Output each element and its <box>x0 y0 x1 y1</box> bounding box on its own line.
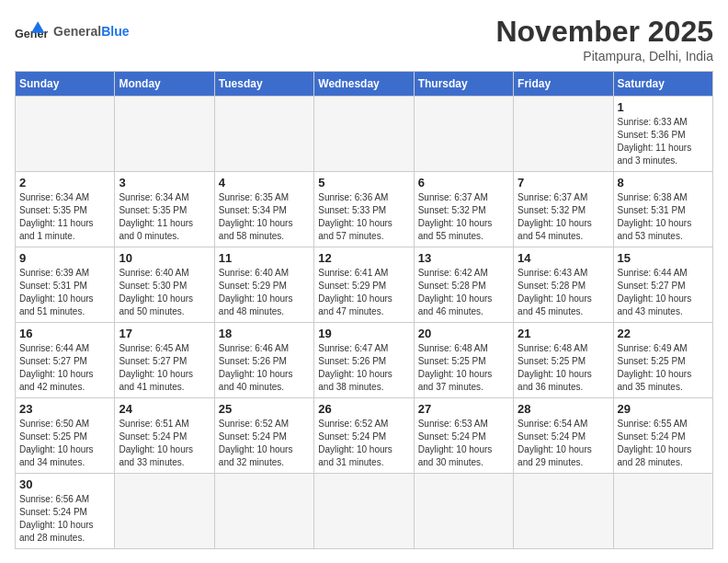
day-number: 3 <box>119 176 210 190</box>
calendar-day-cell: 29Sunrise: 6:55 AM Sunset: 5:24 PM Dayli… <box>613 398 712 474</box>
weekday-header: Friday <box>514 72 613 97</box>
day-info: Sunrise: 6:40 AM Sunset: 5:29 PM Dayligh… <box>219 267 310 318</box>
day-number: 6 <box>418 176 509 190</box>
calendar-week-row: 2Sunrise: 6:34 AM Sunset: 5:35 PM Daylig… <box>16 172 713 247</box>
calendar-day-cell: 10Sunrise: 6:40 AM Sunset: 5:30 PM Dayli… <box>115 247 214 323</box>
calendar-day-cell: 8Sunrise: 6:38 AM Sunset: 5:31 PM Daylig… <box>613 172 712 247</box>
calendar-day-cell: 11Sunrise: 6:40 AM Sunset: 5:29 PM Dayli… <box>214 247 313 323</box>
weekday-header: Saturday <box>613 72 712 97</box>
calendar-week-row: 16Sunrise: 6:44 AM Sunset: 5:27 PM Dayli… <box>16 323 713 398</box>
calendar-day-cell: 28Sunrise: 6:54 AM Sunset: 5:24 PM Dayli… <box>514 398 613 474</box>
day-number: 10 <box>119 251 210 265</box>
calendar-day-cell <box>314 474 414 549</box>
day-info: Sunrise: 6:55 AM Sunset: 5:24 PM Dayligh… <box>618 418 709 469</box>
svg-text:General: General <box>15 28 48 40</box>
day-info: Sunrise: 6:37 AM Sunset: 5:32 PM Dayligh… <box>418 191 509 243</box>
day-info: Sunrise: 6:44 AM Sunset: 5:27 PM Dayligh… <box>19 342 110 394</box>
calendar-day-cell: 13Sunrise: 6:42 AM Sunset: 5:28 PM Dayli… <box>414 247 513 323</box>
day-number: 13 <box>418 251 509 265</box>
day-info: Sunrise: 6:50 AM Sunset: 5:25 PM Dayligh… <box>19 418 110 469</box>
day-info: Sunrise: 6:33 AM Sunset: 5:36 PM Dayligh… <box>618 116 709 167</box>
day-number: 14 <box>518 251 609 265</box>
calendar-day-cell: 2Sunrise: 6:34 AM Sunset: 5:35 PM Daylig… <box>16 172 115 247</box>
day-number: 25 <box>219 402 310 416</box>
day-info: Sunrise: 6:45 AM Sunset: 5:27 PM Dayligh… <box>119 342 210 394</box>
location-subtitle: Pitampura, Delhi, India <box>495 49 713 63</box>
calendar-week-row: 1Sunrise: 6:33 AM Sunset: 5:36 PM Daylig… <box>16 97 713 172</box>
logo-text: GeneralBlue <box>53 24 129 39</box>
weekday-header: Sunday <box>16 72 115 97</box>
calendar-day-cell: 6Sunrise: 6:37 AM Sunset: 5:32 PM Daylig… <box>414 172 513 247</box>
weekday-row: SundayMondayTuesdayWednesdayThursdayFrid… <box>16 72 713 97</box>
day-number: 18 <box>219 327 310 340</box>
day-info: Sunrise: 6:48 AM Sunset: 5:25 PM Dayligh… <box>418 342 509 394</box>
day-info: Sunrise: 6:52 AM Sunset: 5:24 PM Dayligh… <box>219 418 310 469</box>
calendar-day-cell: 4Sunrise: 6:35 AM Sunset: 5:34 PM Daylig… <box>214 172 313 247</box>
day-info: Sunrise: 6:35 AM Sunset: 5:34 PM Dayligh… <box>219 191 310 243</box>
day-number: 22 <box>618 327 709 340</box>
calendar-day-cell: 14Sunrise: 6:43 AM Sunset: 5:28 PM Dayli… <box>514 247 613 323</box>
day-info: Sunrise: 6:41 AM Sunset: 5:29 PM Dayligh… <box>318 267 409 318</box>
day-info: Sunrise: 6:51 AM Sunset: 5:24 PM Dayligh… <box>119 418 210 469</box>
day-info: Sunrise: 6:54 AM Sunset: 5:24 PM Dayligh… <box>518 418 609 469</box>
calendar-day-cell: 21Sunrise: 6:48 AM Sunset: 5:25 PM Dayli… <box>514 323 613 398</box>
day-info: Sunrise: 6:52 AM Sunset: 5:24 PM Dayligh… <box>318 418 409 469</box>
day-number: 4 <box>219 176 310 190</box>
calendar-day-cell <box>314 97 414 172</box>
day-info: Sunrise: 6:42 AM Sunset: 5:28 PM Dayligh… <box>418 267 509 318</box>
calendar-day-cell: 5Sunrise: 6:36 AM Sunset: 5:33 PM Daylig… <box>314 172 414 247</box>
day-number: 24 <box>119 402 210 416</box>
day-number: 23 <box>19 402 110 416</box>
day-info: Sunrise: 6:53 AM Sunset: 5:24 PM Dayligh… <box>418 418 509 469</box>
calendar-day-cell <box>214 474 313 549</box>
day-info: Sunrise: 6:44 AM Sunset: 5:27 PM Dayligh… <box>618 267 709 318</box>
calendar-day-cell: 19Sunrise: 6:47 AM Sunset: 5:26 PM Dayli… <box>314 323 414 398</box>
day-number: 30 <box>19 477 110 491</box>
logo-icon: General <box>15 15 48 48</box>
calendar-day-cell <box>613 474 712 549</box>
day-number: 17 <box>119 327 210 340</box>
calendar-day-cell: 7Sunrise: 6:37 AM Sunset: 5:32 PM Daylig… <box>514 172 613 247</box>
day-info: Sunrise: 6:39 AM Sunset: 5:31 PM Dayligh… <box>19 267 110 318</box>
day-number: 20 <box>418 327 509 340</box>
calendar-day-cell: 22Sunrise: 6:49 AM Sunset: 5:25 PM Dayli… <box>613 323 712 398</box>
calendar-day-cell: 27Sunrise: 6:53 AM Sunset: 5:24 PM Dayli… <box>414 398 513 474</box>
day-info: Sunrise: 6:34 AM Sunset: 5:35 PM Dayligh… <box>19 191 110 243</box>
day-number: 26 <box>318 402 409 416</box>
calendar-day-cell: 9Sunrise: 6:39 AM Sunset: 5:31 PM Daylig… <box>16 247 115 323</box>
day-number: 8 <box>618 176 709 190</box>
logo: General GeneralBlue <box>15 15 129 48</box>
day-info: Sunrise: 6:36 AM Sunset: 5:33 PM Dayligh… <box>318 191 409 243</box>
day-number: 29 <box>618 402 709 416</box>
day-number: 2 <box>19 176 110 190</box>
weekday-header: Thursday <box>414 72 513 97</box>
day-info: Sunrise: 6:38 AM Sunset: 5:31 PM Dayligh… <box>618 191 709 243</box>
weekday-header: Wednesday <box>314 72 414 97</box>
calendar-table: SundayMondayTuesdayWednesdayThursdayFrid… <box>15 71 713 549</box>
day-number: 7 <box>518 176 609 190</box>
calendar-day-cell: 24Sunrise: 6:51 AM Sunset: 5:24 PM Dayli… <box>115 398 214 474</box>
calendar-day-cell: 25Sunrise: 6:52 AM Sunset: 5:24 PM Dayli… <box>214 398 313 474</box>
calendar-day-cell <box>115 97 214 172</box>
day-number: 5 <box>318 176 409 190</box>
day-number: 28 <box>518 402 609 416</box>
calendar-day-cell: 1Sunrise: 6:33 AM Sunset: 5:36 PM Daylig… <box>613 97 712 172</box>
calendar-day-cell <box>514 474 613 549</box>
day-number: 19 <box>318 327 409 340</box>
calendar-week-row: 9Sunrise: 6:39 AM Sunset: 5:31 PM Daylig… <box>16 247 713 323</box>
calendar-day-cell <box>514 97 613 172</box>
weekday-header: Tuesday <box>214 72 313 97</box>
month-title: November 2025 <box>495 15 713 49</box>
day-number: 21 <box>518 327 609 340</box>
calendar-day-cell <box>414 97 513 172</box>
title-area: November 2025 Pitampura, Delhi, India <box>495 15 713 63</box>
day-info: Sunrise: 6:43 AM Sunset: 5:28 PM Dayligh… <box>518 267 609 318</box>
calendar-header: SundayMondayTuesdayWednesdayThursdayFrid… <box>16 72 713 97</box>
calendar-day-cell <box>115 474 214 549</box>
weekday-header: Monday <box>115 72 214 97</box>
calendar-day-cell: 18Sunrise: 6:46 AM Sunset: 5:26 PM Dayli… <box>214 323 313 398</box>
day-info: Sunrise: 6:48 AM Sunset: 5:25 PM Dayligh… <box>518 342 609 394</box>
calendar-day-cell: 16Sunrise: 6:44 AM Sunset: 5:27 PM Dayli… <box>16 323 115 398</box>
day-info: Sunrise: 6:37 AM Sunset: 5:32 PM Dayligh… <box>518 191 609 243</box>
day-number: 12 <box>318 251 409 265</box>
